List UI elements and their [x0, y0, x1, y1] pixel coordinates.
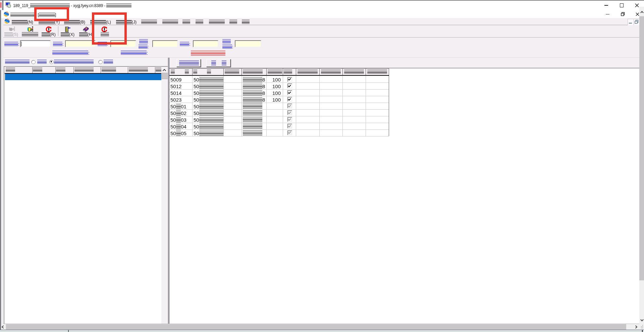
svg-text:?: ?: [85, 27, 87, 30]
